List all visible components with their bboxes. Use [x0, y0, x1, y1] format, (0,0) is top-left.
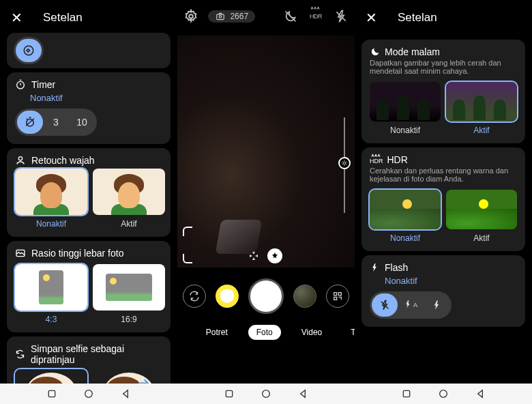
ratio-169-thumb[interactable] [93, 264, 165, 311]
nav-back-icon[interactable] [120, 388, 131, 399]
mode-row: Filter Potret Foto Video Terjen [177, 319, 355, 345]
svg-rect-12 [338, 293, 341, 295]
qr-lens-button[interactable] [326, 285, 349, 308]
snapchat-button[interactable] [216, 285, 239, 308]
svg-rect-17 [226, 390, 232, 396]
night-on-label: Aktif [446, 126, 517, 135]
ratio-card: Rasio tinggi lebar foto 4:3 16:9 [7, 241, 171, 332]
timer-icon [15, 79, 26, 90]
retouch-label: Retouch wajah [31, 155, 95, 166]
hdr-icon: HDR [370, 155, 383, 164]
retouch-icon [15, 155, 26, 166]
svg-point-3 [18, 157, 22, 160]
selfie-card: Simpan selfie sebagai dipratinjau [7, 336, 171, 384]
selfie-normal-thumb[interactable] [15, 369, 87, 384]
svg-point-16 [85, 390, 93, 398]
nav-home-icon[interactable] [438, 388, 449, 399]
night-on-thumb[interactable] [446, 82, 517, 121]
svg-rect-6 [217, 14, 224, 20]
night-off-label: Nonaktif [370, 126, 441, 135]
svg-rect-19 [403, 390, 409, 396]
nav-recent-icon[interactable] [46, 388, 57, 399]
svg-point-20 [440, 390, 447, 398]
partial-pill[interactable] [16, 39, 42, 62]
flash-icon [370, 263, 379, 272]
svg-line-8 [285, 12, 295, 22]
card-partial-top [7, 33, 171, 68]
nav-home-icon[interactable] [83, 388, 94, 399]
right-settings-panel: ✕ Setelan Mode malam Dapatkan gambar yan… [355, 0, 532, 384]
timer-10-pill[interactable]: 10 [69, 111, 95, 134]
ratio-43-label: 4:3 [15, 315, 87, 324]
hdr-off-thumb[interactable] [370, 190, 441, 229]
hdr-off-label: Nonaktif [370, 233, 441, 243]
hdr-on-label: Aktif [446, 233, 517, 243]
nav-home-icon[interactable] [261, 388, 271, 399]
ratio-169-label: 16:9 [93, 315, 165, 324]
svg-point-1 [17, 81, 25, 89]
timer-options: 3 10 [15, 109, 97, 136]
selfie-label: Simpan selfie sebagai dipratinjau [31, 343, 162, 365]
ratio-label: Rasio tinggi lebar foto [31, 248, 123, 259]
retouch-card: Retouch wajah Nonaktif Aktif [7, 148, 171, 237]
shutter-button[interactable] [248, 278, 284, 314]
night-mode-desc: Dapatkan gambar yang lebih cerah dan men… [370, 59, 517, 75]
svg-point-18 [263, 390, 270, 398]
flash-status: Nonaktif [385, 276, 517, 286]
settings-title: Setelan [43, 11, 83, 25]
aspect-ratio-icon [15, 248, 26, 259]
flash-auto-pill[interactable]: A [398, 293, 424, 317]
mode-filter[interactable]: Filter [177, 325, 186, 340]
switch-camera-button[interactable] [183, 285, 206, 308]
night-mode-label: Mode malam [385, 46, 440, 57]
flash-off-icon[interactable] [334, 8, 349, 25]
svg-rect-15 [48, 390, 55, 396]
mode-video[interactable]: Video [293, 325, 330, 340]
nav-recent-icon[interactable] [224, 388, 235, 399]
retouch-on-label: Aktif [93, 219, 165, 229]
android-nav-bar [0, 384, 532, 404]
night-mode-icon[interactable] [282, 8, 298, 25]
svg-rect-13 [334, 297, 337, 300]
hdr-card: HDR HDR Cerahkan dan perluas rentang war… [361, 147, 525, 251]
timer-status: Nonaktif [30, 93, 162, 103]
nav-back-icon[interactable] [475, 388, 486, 399]
selfie-mirror-thumb[interactable] [93, 369, 165, 384]
timer-3-pill[interactable]: 3 [43, 111, 69, 134]
mode-foto[interactable]: Foto [248, 325, 281, 340]
mode-terjen[interactable]: Terjen [342, 325, 355, 340]
retouch-on-thumb[interactable] [93, 169, 165, 215]
timer-off-pill[interactable] [17, 111, 43, 134]
count-value: 2667 [230, 12, 248, 21]
moon-icon [370, 46, 381, 57]
flash-on-pill[interactable] [424, 293, 449, 317]
viewfinder[interactable] [177, 35, 355, 268]
flash-label: Flash [385, 262, 408, 273]
ratio-43-thumb[interactable] [15, 264, 87, 311]
nav-recent-icon[interactable] [401, 388, 412, 399]
flash-off-pill[interactable] [372, 293, 398, 317]
night-off-thumb[interactable] [370, 82, 441, 121]
focus-frame-corner [183, 254, 192, 263]
hdr-label: HDR [387, 154, 408, 165]
photo-count[interactable]: 2667 [208, 10, 255, 23]
gallery-thumbnail[interactable] [293, 285, 316, 308]
svg-point-5 [189, 14, 193, 18]
retouch-off-thumb[interactable] [15, 169, 87, 215]
hdr-icon[interactable]: HDR [308, 8, 323, 25]
hdr-on-thumb[interactable] [446, 190, 517, 229]
mode-potret[interactable]: Potret [198, 325, 236, 340]
nav-back-icon[interactable] [297, 388, 308, 399]
close-icon[interactable]: ✕ [11, 10, 23, 26]
settings-title: Setelan [398, 11, 437, 25]
close-icon[interactable]: ✕ [366, 10, 377, 26]
filter-badge-icon[interactable] [267, 248, 282, 263]
settings-gear-icon[interactable] [183, 8, 198, 25]
hdr-desc: Cerahkan dan perluas rentang warna dan k… [370, 167, 517, 183]
lens-icon[interactable] [248, 250, 259, 261]
exposure-slider-knob[interactable] [338, 157, 351, 169]
camera-topbar: 2667 HDR [177, 0, 355, 33]
svg-point-10 [343, 162, 345, 164]
camera-panel: 2667 HDR [177, 0, 355, 384]
svg-rect-11 [334, 293, 337, 295]
